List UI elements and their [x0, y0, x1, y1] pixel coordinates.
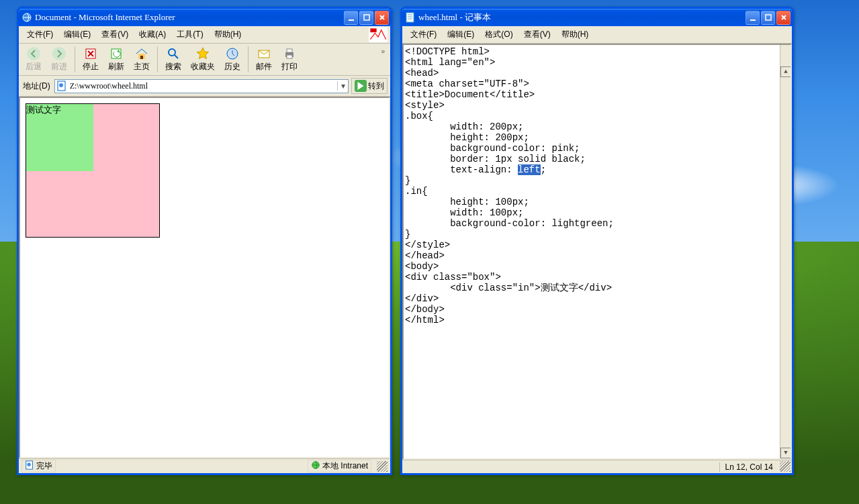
svg-point-18 — [59, 83, 63, 87]
mail-icon — [257, 46, 271, 61]
done-icon — [25, 460, 34, 472]
menu-favorites[interactable]: 收藏(A) — [134, 28, 171, 42]
notepad-content: <!DOCTYPE html> <html lang="en"> <head> … — [402, 44, 792, 473]
status-zone: 本地 Intranet — [308, 460, 371, 472]
search-icon — [166, 46, 181, 61]
svg-point-11 — [169, 49, 175, 56]
svg-rect-4 — [370, 28, 376, 32]
menu-help[interactable]: 帮助(H) — [556, 28, 594, 42]
menu-edit[interactable]: 编辑(E) — [58, 28, 96, 42]
menu-tools[interactable]: 工具(T) — [171, 28, 208, 42]
svg-point-20 — [28, 463, 31, 466]
refresh-button[interactable]: 刷新 — [104, 45, 128, 74]
scroll-up-icon[interactable]: ▲ — [780, 66, 791, 77]
forward-button[interactable]: 前进 — [47, 45, 71, 74]
ie-window: Document - Microsoft Internet Explorer 文… — [17, 7, 392, 475]
cursor-position: Ln 12, Col 14 — [719, 462, 778, 472]
stop-icon — [83, 46, 98, 61]
stop-button[interactable]: 停止 — [79, 45, 103, 74]
resize-grip[interactable] — [780, 461, 790, 472]
notepad-textarea[interactable]: <!DOCTYPE html> <html lang="en"> <head> … — [402, 44, 792, 460]
svg-rect-24 — [766, 15, 771, 20]
history-icon — [225, 46, 240, 61]
page-icon — [56, 81, 67, 91]
notepad-title: wheel.html - 记事本 — [418, 11, 745, 23]
code-selection: left — [518, 164, 541, 175]
scroll-down-icon[interactable]: ▼ — [780, 448, 791, 458]
mail-button[interactable]: 邮件 — [252, 45, 276, 74]
menu-file[interactable]: 文件(F) — [405, 28, 442, 42]
rendered-inner: 测试文字 — [26, 104, 93, 171]
ie-viewport[interactable]: 测试文字 — [19, 97, 390, 458]
back-button[interactable]: 后退 — [21, 45, 46, 74]
resize-grip[interactable] — [377, 461, 388, 472]
favorites-button[interactable]: 收藏夹 — [187, 45, 219, 74]
history-button[interactable]: 历史 — [220, 45, 244, 74]
svg-rect-2 — [364, 15, 369, 20]
star-icon — [195, 46, 210, 61]
menu-format[interactable]: 格式(O) — [480, 28, 518, 42]
ie-title: Document - Microsoft Internet Explorer — [35, 12, 344, 23]
search-button[interactable]: 搜索 — [161, 45, 185, 74]
code-post: ; } .in{ height: 100px; width: 100px; ba… — [405, 164, 614, 325]
address-dropdown-icon[interactable]: ▾ — [337, 81, 348, 91]
print-button[interactable]: 打印 — [277, 45, 302, 74]
ie-statusbar: 完毕 本地 Intranet — [19, 458, 390, 473]
svg-point-6 — [52, 47, 66, 60]
back-icon — [26, 46, 41, 61]
rendered-box: 测试文字 — [26, 103, 160, 238]
close-button[interactable] — [375, 11, 389, 25]
minimize-button[interactable] — [745, 11, 760, 25]
print-icon — [282, 46, 297, 61]
ie-menubar: 文件(F) 编辑(E) 查看(V) 收藏(A) 工具(T) 帮助(H) — [19, 26, 390, 44]
scrollbar-vertical[interactable]: ▲ ▼ — [780, 45, 790, 458]
menu-file[interactable]: 文件(F) — [21, 28, 58, 42]
ie-app-icon — [21, 12, 32, 23]
ie-throbber-icon — [369, 28, 388, 42]
code-pre: <!DOCTYPE html> <html lang="en"> <head> … — [405, 46, 586, 175]
notepad-window: wheel.html - 记事本 文件(F) 编辑(E) 格式(O) 查看(V)… — [400, 7, 794, 475]
status-done: 完毕 — [21, 460, 56, 472]
svg-rect-22 — [406, 13, 414, 22]
toolbar-overflow-icon[interactable]: » — [378, 45, 388, 58]
ie-addressbar: 地址(D) ▾ 转到 — [19, 76, 390, 97]
notepad-app-icon — [405, 12, 416, 23]
svg-rect-10 — [140, 56, 143, 59]
notepad-titlebar[interactable]: wheel.html - 记事本 — [402, 9, 792, 26]
notepad-menubar: 文件(F) 编辑(E) 格式(O) 查看(V) 帮助(H) — [402, 26, 792, 44]
menu-view[interactable]: 查看(V) — [96, 28, 134, 42]
forward-icon — [52, 46, 66, 61]
minimize-button[interactable] — [344, 11, 358, 25]
zone-icon — [311, 460, 320, 472]
go-button[interactable]: 转到 — [351, 78, 388, 94]
ie-toolbar: 后退 前进 停止 刷新 主页 搜索 收藏夹 历史 — [19, 44, 390, 76]
maximize-button[interactable] — [761, 11, 775, 25]
svg-rect-15 — [287, 49, 292, 52]
menu-view[interactable]: 查看(V) — [518, 28, 556, 42]
svg-rect-1 — [349, 19, 354, 21]
home-button[interactable]: 主页 — [130, 45, 154, 74]
refresh-icon — [109, 46, 124, 61]
notepad-statusbar: Ln 12, Col 14 — [402, 460, 792, 473]
address-combo[interactable]: ▾ — [54, 79, 349, 93]
svg-rect-16 — [287, 55, 292, 58]
address-input[interactable] — [69, 80, 337, 93]
close-button[interactable] — [776, 11, 790, 25]
menu-help[interactable]: 帮助(H) — [209, 28, 247, 42]
go-arrow-icon — [355, 80, 367, 92]
maximize-button[interactable] — [359, 11, 373, 25]
svg-rect-23 — [750, 19, 756, 21]
ie-titlebar[interactable]: Document - Microsoft Internet Explorer — [19, 9, 390, 26]
menu-edit[interactable]: 编辑(E) — [442, 28, 480, 42]
address-label: 地址(D) — [21, 81, 52, 92]
home-icon — [134, 46, 149, 61]
svg-point-5 — [27, 47, 40, 60]
